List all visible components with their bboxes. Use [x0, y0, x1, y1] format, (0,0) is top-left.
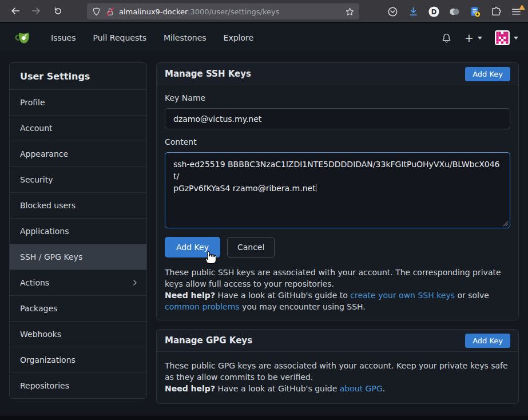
manage-ssh-keys-panel: Manage SSH Keys Add Key Key Name Content…	[156, 62, 519, 320]
gitea-navbar: Issues Pull Requests Milestones Explore …	[0, 24, 528, 51]
reload-button[interactable]	[49, 3, 66, 19]
bookmark-star-icon[interactable]	[345, 7, 355, 17]
ssh-need-help-label: Need help?	[165, 291, 215, 300]
browser-toolbar: almalinux9-docker:3000/user/settings/key…	[0, 0, 528, 23]
shield-icon[interactable]	[92, 7, 101, 17]
nav-item-explore[interactable]: Explore	[224, 33, 254, 42]
nav-item-milestones[interactable]: Milestones	[164, 33, 207, 42]
extensions-puzzle-icon[interactable]	[489, 5, 502, 18]
chevron-right-icon	[132, 279, 138, 286]
sidebar-item-blocked-users[interactable]: Blocked users	[10, 192, 146, 218]
sidebar-item-applications[interactable]: Applications	[10, 218, 146, 244]
nav-item-pull-requests[interactable]: Pull Requests	[93, 33, 146, 42]
sidebar-item-profile[interactable]: Profile	[10, 89, 146, 115]
key-name-label: Key Name	[165, 92, 510, 104]
ssh-help-text: These public SSH keys are associated wit…	[165, 267, 510, 312]
containers-icon[interactable]	[447, 5, 461, 18]
duckduckgo-badge-icon[interactable]: D	[427, 5, 440, 18]
sidebar-item-account[interactable]: Account	[10, 115, 146, 141]
url-host: almalinux9-docker	[119, 7, 188, 16]
downloads-icon[interactable]	[406, 5, 420, 18]
reader-doc-icon[interactable]	[468, 5, 482, 18]
extension-toolbar: D	[382, 0, 526, 23]
update-badge-icon	[519, 5, 525, 10]
url-bar[interactable]: almalinux9-docker:3000/user/settings/key…	[87, 3, 359, 19]
gpg-need-help-label: Need help?	[165, 384, 215, 393]
common-problems-link[interactable]: common problems	[165, 302, 240, 311]
sidebar-item-actions[interactable]: Actions	[10, 270, 146, 295]
key-name-input[interactable]	[165, 108, 510, 129]
back-button[interactable]	[7, 3, 24, 19]
sidebar-title: User Settings	[10, 63, 146, 89]
ssh-add-key-toggle-button[interactable]: Add Key	[465, 67, 510, 81]
text-caret	[316, 184, 316, 192]
back-arrow-icon	[12, 8, 19, 14]
gpg-panel-title: Manage GPG Keys	[165, 335, 252, 346]
insecure-lock-icon[interactable]	[105, 7, 115, 17]
forward-button[interactable]	[27, 3, 45, 19]
url-path: :3000/user/settings/keys	[188, 7, 279, 16]
sidebar-item-appearance[interactable]: Appearance	[10, 141, 146, 167]
key-content-line1: ssh-ed25519 BBBBC3NzaC1lZDI1NTE5DDDDIDAN…	[173, 159, 502, 183]
sidebar-item-packages[interactable]: Packages	[10, 295, 146, 321]
gitea-logo[interactable]	[14, 29, 32, 47]
cancel-button[interactable]: Cancel	[227, 237, 275, 257]
sidebar-item-webhooks[interactable]: Webhooks	[10, 321, 146, 347]
notifications-bell-icon[interactable]	[441, 33, 452, 43]
sidebar-item-security[interactable]: Security	[10, 167, 146, 192]
caret-down-icon	[478, 37, 482, 39]
sidebar-item-repositories[interactable]: Repositories	[10, 373, 146, 398]
create-new-dropdown[interactable]: +	[465, 33, 482, 43]
content-label: Content	[165, 136, 510, 148]
window-bottom-edge	[0, 416, 528, 420]
user-menu-dropdown[interactable]	[495, 30, 518, 45]
manage-gpg-keys-panel: Manage GPG Keys Add Key These public GPG…	[156, 329, 519, 404]
key-content-line2: pGzPv6fKYaS4 rzamo@ribera.m.net	[173, 184, 316, 193]
plus-icon: +	[465, 33, 474, 43]
sidebar-item-ssh-gpg-keys[interactable]: SSH / GPG Keys	[10, 244, 146, 270]
url-text: almalinux9-docker:3000/user/settings/key…	[119, 7, 341, 16]
menu-hamburger-icon[interactable]	[509, 5, 523, 18]
forward-arrow-icon	[33, 8, 39, 14]
textarea-resize-handle[interactable]	[503, 221, 509, 227]
caret-down-icon	[514, 37, 518, 39]
sidebar-item-organizations[interactable]: Organizations	[10, 347, 146, 373]
create-ssh-keys-link[interactable]: create your own SSH keys	[350, 291, 455, 300]
svg-text:D: D	[431, 7, 436, 15]
nav-item-issues[interactable]: Issues	[51, 33, 76, 42]
user-avatar-identicon	[495, 30, 510, 45]
gpg-help-text: These public GPG keys are associated wit…	[165, 360, 510, 394]
settings-sidebar: User Settings Profile Account Appearance…	[9, 62, 147, 399]
pocket-icon[interactable]	[386, 5, 399, 18]
about-gpg-link[interactable]: about GPG	[340, 384, 383, 393]
ssh-panel-title: Manage SSH Keys	[165, 69, 251, 79]
gpg-add-key-toggle-button[interactable]: Add Key	[465, 334, 510, 348]
key-content-textarea[interactable]: ssh-ed25519 BBBBC3NzaC1lZDI1NTE5DDDDIDAN…	[165, 152, 510, 228]
add-key-submit-button[interactable]: Add Key	[165, 237, 220, 257]
